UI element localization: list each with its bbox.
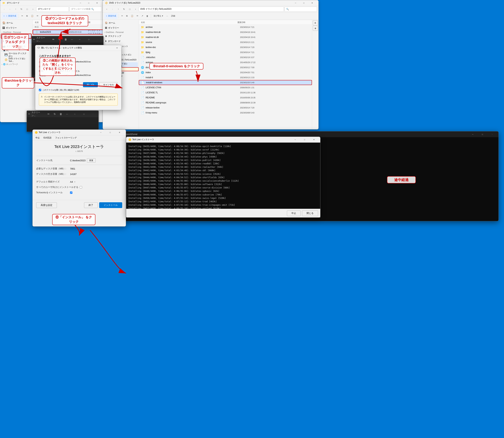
stop-button[interactable]: 中止 <box>287 210 301 216</box>
new-button-dvd[interactable]: ＋ 新規作成 <box>104 13 117 19</box>
view-toggle-button[interactable]: □ <box>25 7 30 12</box>
sidebar-item-gallery[interactable]: 🖼 ギャラリー <box>1 25 32 30</box>
allusers-checkbox[interactable] <box>80 186 82 188</box>
advanced-button[interactable]: 高度な設定 <box>36 202 57 208</box>
forward-button[interactable]: › <box>7 7 12 12</box>
close-button[interactable]: ✕ <box>93 0 101 6</box>
snip2-maximize[interactable]: □ <box>80 111 88 117</box>
sort-button[interactable]: 並び替え ▾ <box>52 13 65 19</box>
up-button-dvd[interactable]: ↑ <box>116 7 121 12</box>
view-toggle-dvd[interactable]: □ <box>127 7 132 12</box>
snip-minimize[interactable]: ─ <box>76 36 83 42</box>
cmd-minimize[interactable]: ─ <box>469 131 477 137</box>
cut-button-dvd[interactable]: ✂ <box>120 13 124 19</box>
copy-button-dvd[interactable]: ⧉ <box>125 13 129 19</box>
installer-minimize[interactable]: ─ <box>97 130 105 135</box>
forward-button-dvd[interactable]: › <box>110 7 115 12</box>
sidebar-dvd-home[interactable]: 🏠 ホーム <box>103 20 138 25</box>
file-row-source[interactable]: 📁 source 2023/03/13 2:21 <box>139 40 312 45</box>
quit-button[interactable]: 終了 <box>84 202 98 208</box>
menu-gui-lang[interactable]: GUI言語 <box>42 136 53 140</box>
sidebar-item-screenshot[interactable]: 📷 スクリーンショット <box>1 44 32 49</box>
file-row-tlpkg[interactable]: 📁 tlpkg 2023/03/14 7:21 <box>139 50 312 55</box>
file-row-texlive[interactable]: 💿 texlive2023 2024/01/23 8:10 ディスク イメージ … <box>33 30 103 34</box>
cut-button[interactable]: ✂ <box>20 13 24 19</box>
texlive-gui-close[interactable]: ✕ <box>310 137 318 142</box>
share-button-dvd[interactable]: ↗ <box>140 13 145 19</box>
address-bar-dvd[interactable]: DVD ドライブ (E:) TeXLive2023 <box>139 7 284 12</box>
cancel-button[interactable]: キャンセル <box>99 82 118 87</box>
file-row-autorun[interactable]: 📄 autorun 2014/05/29 17:22 <box>139 60 312 65</box>
rename-button-dvd[interactable]: ✏ <box>135 13 140 19</box>
minimize-button-dvd[interactable]: ─ <box>291 0 300 6</box>
texlive-gui-minimize[interactable]: ─ <box>291 137 299 142</box>
texworks-checkbox[interactable] <box>70 191 72 194</box>
view-button-dvd[interactable]: 詳細 <box>170 13 177 19</box>
file-row-readme-txt[interactable]: 📁 readme-txt.dir 2022/04/18 19:41 <box>139 35 312 40</box>
new-button[interactable]: ＋ ＋ 新規作成 <box>2 13 18 19</box>
paste-button[interactable]: 📋 <box>30 13 35 19</box>
search-box-dvd[interactable]: 🔍 <box>285 7 317 12</box>
sidebar-item-download[interactable]: ⬇ ダウンロード <box>1 39 32 44</box>
up-button[interactable]: ↑ <box>13 7 18 12</box>
snip-maximize[interactable]: □ <box>85 36 93 42</box>
security-close-button[interactable]: ✕ <box>115 46 119 50</box>
snip-more-btn[interactable]: ··· <box>69 37 74 42</box>
breadcrumb-more[interactable]: › <box>30 7 35 12</box>
paste-button-dvd[interactable]: 📋 <box>129 13 135 19</box>
delete-button[interactable]: 🗑 <box>45 13 50 19</box>
sidebar-item-desktop[interactable]: 🖥 デスクトップ <box>1 34 32 39</box>
always-ask-checkbox[interactable] <box>39 89 41 91</box>
back-button[interactable]: ‹ <box>2 7 7 12</box>
snip2-minimize[interactable]: ─ <box>71 111 79 117</box>
minimize-button[interactable]: ─ <box>76 0 85 6</box>
search-box[interactable]: ダウンロードの検索 🔍 <box>69 7 102 12</box>
copy-button[interactable]: ⧉ <box>25 13 29 19</box>
cmd-maximize[interactable]: □ <box>478 131 487 137</box>
file-row-tl-tray-menu[interactable]: 📄 tl-tray-menu 2023/03/08 5:43 <box>139 110 312 115</box>
snip2-more-btn[interactable]: ··· <box>65 111 69 117</box>
change-button[interactable]: 変更 <box>87 158 96 163</box>
sidebar-dvd-desktop[interactable]: 🖥 デスクトップ <box>103 34 138 39</box>
close-button-texlive[interactable]: 閉じる <box>302 210 318 216</box>
installer-maximize[interactable]: □ <box>106 130 114 135</box>
file-row-mkisofsrc[interactable]: 📄 .mkisofsrc 2023/02/19 3:37 <box>139 55 312 60</box>
installer-close[interactable]: ✕ <box>115 130 124 135</box>
file-row-license-tl[interactable]: 📄 LICENSE.TL 2019/11/20 11:36 <box>139 90 312 95</box>
menu-stop[interactable]: 中止 <box>34 136 41 140</box>
breadcrumb-more-dvd[interactable]: › <box>133 7 138 12</box>
share-button[interactable]: ↗ <box>40 13 45 19</box>
grid-view-button[interactable]: ⊞ <box>313 26 318 31</box>
view-button[interactable]: 詳細 <box>70 13 77 19</box>
install-button[interactable]: インストール <box>99 202 122 208</box>
file-row-license-ctan[interactable]: 📄 LICENSE.CTAN 2006/09/29 1:31 <box>139 85 312 90</box>
list-view-button[interactable]: ☰ <box>313 20 318 25</box>
open-button[interactable]: 開く(O) <box>83 82 98 87</box>
refresh-button[interactable]: ↻ <box>19 7 24 12</box>
sidebar-item-local-disk[interactable]: 💾 ローカル ディスク (C:) <box>1 52 32 57</box>
sidebar-item-home[interactable]: 🏠 ホーム <box>1 20 32 25</box>
snip-edit-btn[interactable]: ✏ <box>51 37 56 42</box>
delete-button-dvd[interactable]: 🗑 <box>145 13 150 19</box>
file-row-install-tl[interactable]: 📄 install-tl 2023/03/13 2:33 <box>139 75 312 80</box>
maximize-button[interactable]: □ <box>85 0 93 6</box>
sidebar-dvd-gallery[interactable]: 🖼 ギャラリー <box>103 25 138 30</box>
menu-font-scaling[interactable]: フォントスケーリング <box>54 136 78 140</box>
sidebar-dvd-download[interactable]: ⬇ ダウンロード <box>103 39 138 44</box>
snip2-edit-btn[interactable]: ✏ <box>46 111 51 117</box>
file-row-texlive-doc[interactable]: 📁 texlive-doc 2023/03/14 7:20 <box>139 45 312 50</box>
file-row-readme[interactable]: 📄 README 2016/05/08 23:35 <box>139 95 312 100</box>
refresh-button-dvd[interactable]: ↻ <box>122 7 126 12</box>
file-row-install-tl-windows[interactable]: 📄 install-tl-windows 2023/02/20 5:49 <box>139 80 312 85</box>
snip-delete-btn[interactable]: 🗑 <box>63 37 68 42</box>
sort-button-dvd[interactable]: 並び替え ▾ <box>152 13 164 19</box>
more-button-dvd[interactable]: ··· <box>165 13 169 19</box>
rename-button[interactable]: ✏ <box>35 13 40 19</box>
snip-close[interactable]: ✕ <box>94 36 102 42</box>
file-row-index[interactable]: 🌐 index 2022/04/20 7:51 <box>139 70 312 75</box>
snip2-rotate-btn[interactable]: ↻ <box>52 111 57 117</box>
snip2-delete-btn[interactable]: 🗑 <box>58 111 63 117</box>
maximize-button-dvd[interactable]: □ <box>300 0 308 6</box>
address-bar[interactable]: ダウンロード <box>36 7 69 12</box>
file-row-release-texlive[interactable]: 📄 release-texlive 2023/03/14 7:20 <box>139 105 312 110</box>
